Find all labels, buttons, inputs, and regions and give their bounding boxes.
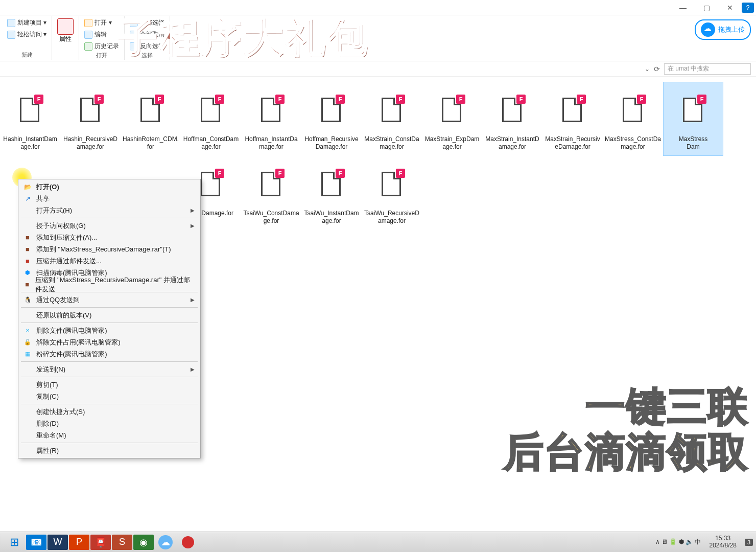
nav-dropdown-icon[interactable]: ⌄ — [645, 65, 650, 73]
menu-item[interactable]: 解除文件占用(腾讯电脑管家) — [20, 336, 199, 348]
taskbar-app-5[interactable]: S — [112, 535, 132, 550]
history-button[interactable]: 历史记录 — [82, 41, 121, 52]
menu-item-icon — [23, 419, 32, 428]
minimize-button[interactable]: — — [671, 0, 695, 15]
file-item[interactable]: FMaxStrain_InstantDamage.for — [482, 82, 542, 156]
file-item[interactable]: FHoffman_ConstDamage.for — [181, 82, 241, 156]
menu-item[interactable]: 添加到 "MaxStress_RecursiveDamage.rar"(T) — [20, 243, 199, 255]
taskbar: ⊞ 📧 W P 📮 S ◉ ☁ ∧ 🖥 🔋 ⬢ 🔈 中 15:33 2024/8… — [0, 532, 756, 552]
submenu-arrow-icon: ▶ — [191, 297, 195, 303]
file-item[interactable]: FHashin_RecursiveDamage.for — [60, 82, 121, 156]
file-item[interactable]: FHashinRotem_CDM.for — [121, 82, 181, 156]
menu-item[interactable]: 重命名(M) — [20, 429, 199, 441]
submenu-arrow-icon: ▶ — [191, 208, 195, 213]
taskbar-app-7[interactable]: ☁ — [154, 534, 177, 551]
file-item[interactable]: FHoffman_RecursiveDamage.for — [301, 82, 362, 156]
file-item[interactable]: FMaxStrain_RecursiveDamage.for — [542, 82, 603, 156]
menu-item-icon — [23, 392, 32, 401]
fortran-file-icon: F — [681, 96, 705, 124]
file-item[interactable]: FHashin_InstantDamage.for — [0, 82, 60, 156]
file-item[interactable]: FMaxStrain_ConstDamage.for — [362, 82, 422, 156]
menu-item[interactable]: 粉碎文件(腾讯电脑管家) — [20, 348, 199, 360]
file-name: MaxStrain_InstantDamage.for — [484, 135, 541, 151]
taskbar-app-8[interactable] — [177, 534, 199, 551]
file-name: Hashin_RecursiveDamage.for — [62, 135, 119, 151]
help-button[interactable]: ? — [742, 3, 754, 13]
menu-item-icon — [23, 407, 32, 417]
menu-item-icon — [23, 446, 32, 455]
menu-item[interactable]: 剪切(T) — [20, 379, 199, 390]
menu-item-label: 删除(D) — [36, 419, 59, 428]
menu-item[interactable]: 压缩并通过邮件发送... — [20, 255, 199, 267]
menu-item[interactable]: 还原以前的版本(V) — [20, 309, 199, 321]
history-icon — [84, 42, 92, 51]
menu-item[interactable]: 授予访问权限(G)▶ — [20, 220, 199, 232]
menu-item-icon — [23, 221, 32, 231]
file-item[interactable]: FMaxStress_ConstDamage.for — [603, 82, 663, 156]
tray-icons[interactable]: ∧ 🖥 🔋 ⬢ 🔈 中 — [655, 538, 701, 546]
properties-icon[interactable] — [57, 18, 74, 35]
close-button[interactable]: ✕ — [718, 0, 742, 15]
menu-item-label: 还原以前的版本(V) — [36, 311, 91, 320]
file-item[interactable]: FTsaiWu_RecursiveDamage.for — [362, 156, 422, 230]
menu-item[interactable]: 删除文件(腾讯电脑管家) — [20, 325, 199, 336]
menu-item-label: 添加到 "MaxStress_RecursiveDamage.rar"(T) — [36, 245, 171, 254]
file-thumbnail: F — [366, 158, 417, 210]
menu-item-label: 属性(R) — [36, 446, 59, 455]
file-item[interactable]: FMaxStrain_ExpDamage.for — [422, 82, 482, 156]
file-thumbnail: F — [306, 158, 357, 210]
maximize-button[interactable]: ▢ — [695, 0, 718, 15]
menu-item[interactable]: 删除(D) — [20, 418, 199, 429]
ribbon-group-properties: 属性 — [52, 16, 79, 60]
file-thumbnail: F — [246, 84, 297, 135]
menu-separator — [21, 361, 198, 362]
taskbar-app-4[interactable]: 📮 — [90, 535, 111, 550]
menu-item[interactable]: 打开方式(H)▶ — [20, 204, 199, 216]
taskbar-app-2[interactable]: W — [48, 535, 68, 550]
menu-item-label: 授予访问权限(G) — [36, 221, 86, 231]
file-item[interactable]: FMaxStressDam — [663, 82, 723, 156]
menu-item[interactable]: 创建快捷方式(S) — [20, 406, 199, 418]
edit-button[interactable]: 编辑 — [82, 29, 121, 40]
file-item[interactable]: FTsaiWu_ConstDamage.for — [241, 156, 301, 230]
file-name: MaxStrain_ConstDamage.for — [363, 135, 420, 151]
file-name: Hoffman_ConstDamage.for — [182, 135, 240, 151]
submenu-arrow-icon: ▶ — [191, 223, 195, 228]
quick-access-button[interactable]: 轻松访问 ▾ — [5, 29, 49, 40]
menu-item-icon — [23, 380, 32, 389]
taskbar-app-3[interactable]: P — [69, 535, 89, 550]
menu-separator — [21, 377, 198, 377]
menu-item[interactable]: 通过QQ发送到▶ — [20, 294, 199, 306]
menu-item[interactable]: 属性(R) — [20, 445, 199, 456]
file-thumbnail: F — [65, 84, 116, 135]
menu-item[interactable]: 打开(O) — [20, 181, 199, 193]
file-name: MaxStressDam — [679, 135, 708, 151]
upload-pill[interactable]: 拖拽上传 — [695, 19, 751, 40]
file-item[interactable]: FHoffman_InstantDamage.for — [241, 82, 301, 156]
notification-count[interactable]: 3 — [745, 539, 753, 546]
menu-item[interactable]: 复制(C) — [20, 390, 199, 402]
file-thumbnail: F — [306, 84, 357, 135]
context-menu: 打开(O)共享打开方式(H)▶授予访问权限(G)▶添加到压缩文件(A)...添加… — [18, 179, 201, 458]
new-project-button[interactable]: 新建项目 ▾ — [5, 17, 49, 28]
taskbar-app-6[interactable]: ◉ — [133, 535, 154, 550]
menu-item-icon — [23, 311, 32, 320]
menu-separator — [21, 404, 198, 404]
file-item[interactable]: FTsaiWu_InstantDamage.for — [301, 156, 362, 230]
properties-label: 属性 — [59, 35, 72, 43]
refresh-icon[interactable]: ⟳ — [654, 65, 660, 73]
open-button[interactable]: 打开 ▾ — [82, 17, 121, 28]
menu-separator — [21, 443, 198, 443]
menu-item[interactable]: 发送到(N)▶ — [20, 363, 199, 375]
clock[interactable]: 15:33 2024/8/28 — [705, 535, 740, 548]
menu-item-label: 通过QQ发送到 — [36, 295, 80, 305]
system-tray[interactable]: ∧ 🖥 🔋 ⬢ 🔈 中 15:33 2024/8/28 3 — [655, 535, 753, 548]
fortran-file-icon: F — [380, 96, 404, 124]
start-button[interactable]: ⊞ — [3, 534, 26, 551]
file-name: TsaiWu_RecursiveDamage.for — [363, 210, 420, 225]
menu-item[interactable]: 压缩到 "MaxStress_RecursiveDamage.rar" 并通过邮… — [20, 279, 199, 290]
taskbar-app-1[interactable]: 📧 — [26, 535, 46, 550]
menu-item[interactable]: 添加到压缩文件(A)... — [20, 232, 199, 243]
menu-item[interactable]: 共享 — [20, 193, 199, 204]
search-input[interactable]: 在 umat 中搜索 — [664, 63, 751, 75]
